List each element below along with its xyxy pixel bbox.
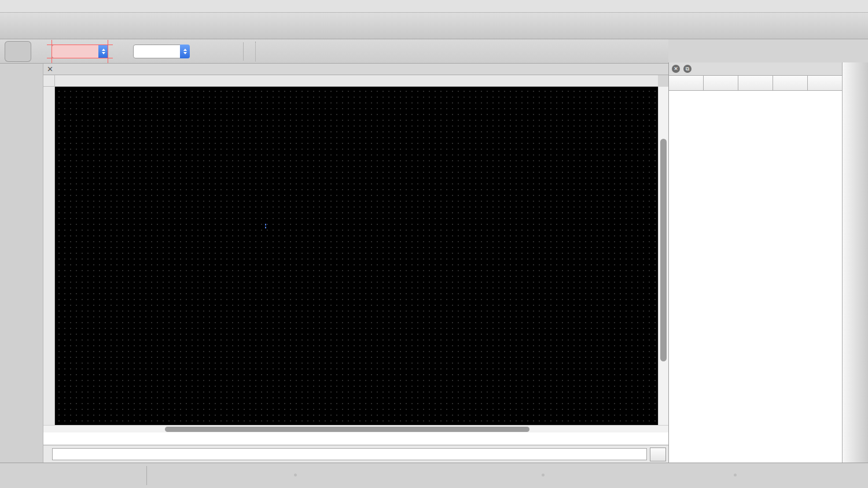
status-separator-dot bbox=[734, 474, 737, 476]
scale-stepper[interactable] bbox=[180, 45, 190, 58]
layer-panel-header: ✕ ⧉ bbox=[669, 62, 842, 76]
drawing-entities bbox=[55, 87, 658, 425]
layer-panel: ✕ ⧉ bbox=[668, 62, 842, 463]
paste-tool-indicator bbox=[5, 41, 31, 62]
part-number-label[interactable] bbox=[265, 224, 266, 228]
command-history bbox=[43, 432, 668, 445]
status-bar bbox=[0, 463, 868, 488]
horizontal-scrollbar-thumb[interactable] bbox=[165, 427, 529, 432]
edit-layer-button[interactable] bbox=[808, 76, 842, 90]
qcad-window: ✕ ✕ ⧉ bbox=[0, 0, 868, 488]
panel-dock bbox=[842, 62, 868, 463]
panel-float-icon[interactable]: ⧉ bbox=[683, 65, 692, 73]
menu-bar bbox=[0, 0, 868, 13]
vertical-scrollbar[interactable] bbox=[658, 87, 668, 425]
reset-options-button[interactable] bbox=[262, 40, 285, 62]
scale-combo[interactable] bbox=[133, 45, 190, 58]
keyboard-toggle-button[interactable] bbox=[650, 448, 666, 461]
main-toolbar bbox=[0, 13, 868, 39]
layer-panel-toolbar bbox=[669, 76, 842, 91]
ruler-corner bbox=[43, 75, 55, 87]
horizontal-scrollbar[interactable] bbox=[43, 425, 668, 432]
options-toolbar bbox=[0, 39, 668, 64]
add-layer-button[interactable] bbox=[738, 76, 773, 90]
panel-close-icon[interactable]: ✕ bbox=[672, 65, 680, 73]
scale-value[interactable] bbox=[134, 45, 180, 58]
drawing-canvas[interactable] bbox=[55, 87, 658, 425]
flip-vertical-button[interactable] bbox=[219, 42, 237, 61]
document-tab-bar: ✕ bbox=[43, 64, 668, 75]
tab-close-icon[interactable]: ✕ bbox=[47, 65, 53, 73]
position-input[interactable] bbox=[52, 448, 647, 460]
status-separator-dot bbox=[294, 474, 297, 476]
rotation-value[interactable] bbox=[52, 45, 98, 58]
status-separator-dot bbox=[542, 474, 545, 476]
hide-all-layers-button[interactable] bbox=[704, 76, 738, 90]
show-all-layers-button[interactable] bbox=[669, 76, 704, 90]
rotation-combo[interactable] bbox=[52, 45, 108, 58]
rotation-stepper[interactable] bbox=[98, 45, 108, 58]
flip-horizontal-button[interactable] bbox=[198, 42, 216, 61]
vertical-scrollbar-thumb[interactable] bbox=[660, 139, 667, 361]
vertical-ruler bbox=[43, 87, 55, 425]
horizontal-ruler bbox=[55, 75, 658, 87]
remove-layer-button[interactable] bbox=[773, 76, 808, 90]
snap-toolbar bbox=[0, 64, 43, 463]
command-input-row bbox=[43, 446, 668, 463]
